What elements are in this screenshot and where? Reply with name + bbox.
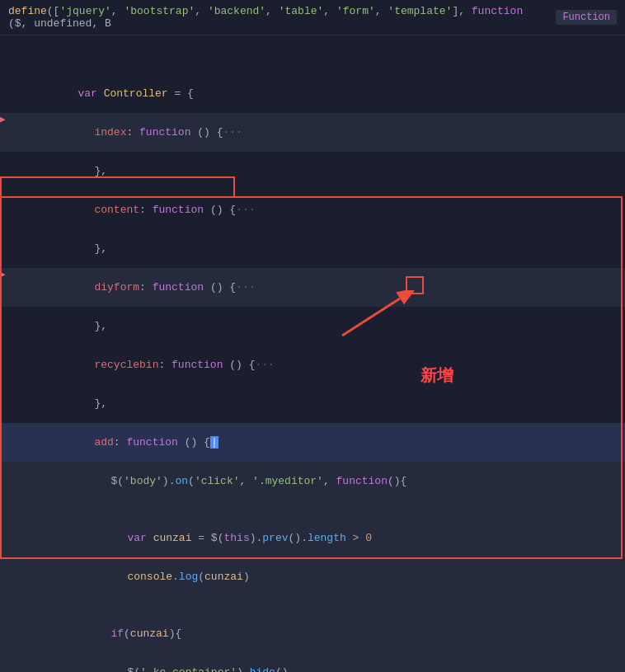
code-line: var cunzai = $(this).prev().length > 0 bbox=[0, 519, 625, 557]
line-content: $('.ke-container').hide() bbox=[10, 654, 625, 672]
line-content: }, bbox=[10, 308, 625, 345]
code-line: recyclebin: function () {··· bbox=[0, 345, 625, 384]
code-line: $('body').on('click', '.myeditor', funct… bbox=[0, 462, 625, 500]
code-line: ▶ index: function () {··· bbox=[0, 113, 625, 152]
file-path: define(['jquery', 'bootstrap', 'backend'… bbox=[8, 5, 547, 30]
line-content bbox=[10, 36, 625, 73]
function-badge: Function bbox=[556, 10, 617, 25]
line-content: $('body').on('click', '.myeditor', funct… bbox=[10, 463, 625, 500]
code-editor: define(['jquery', 'bootstrap', 'backend'… bbox=[0, 0, 625, 672]
code-line: console.log(cunzai) bbox=[0, 557, 625, 596]
line-content bbox=[10, 501, 625, 514]
line-content: recyclebin: function () {··· bbox=[10, 346, 625, 383]
line-content: if(cunzai){ bbox=[10, 615, 625, 652]
line-content: add: function () {| bbox=[10, 424, 625, 461]
line-content: }, bbox=[10, 153, 625, 190]
line-content: }, bbox=[10, 230, 625, 267]
line-content: var cunzai = $(this).prev().length > 0 bbox=[10, 519, 625, 557]
top-bar: define(['jquery', 'bootstrap', 'backend'… bbox=[0, 0, 625, 35]
square-icon bbox=[406, 276, 424, 294]
line-content: index: function () {··· bbox=[10, 114, 625, 151]
code-line: var Controller = { bbox=[0, 74, 625, 113]
code-line: }, bbox=[0, 307, 625, 345]
code-line bbox=[0, 35, 625, 74]
code-line: }, bbox=[0, 152, 625, 190]
code-line bbox=[0, 500, 625, 519]
code-lines: var Controller = { ▶ index: function () … bbox=[0, 35, 625, 672]
line-content: var Controller = { bbox=[10, 75, 625, 112]
code-line-add: add: function () {| bbox=[0, 423, 625, 462]
annotation-text-xinzeng: 新增 bbox=[421, 364, 453, 387]
code-line: }, bbox=[0, 384, 625, 423]
code-line bbox=[0, 596, 625, 614]
line-content bbox=[10, 597, 625, 609]
code-line: }, bbox=[0, 229, 625, 268]
line-content: content: function () {··· bbox=[10, 191, 625, 228]
line-content: diyform: function () {··· bbox=[10, 269, 625, 306]
code-line: content: function () {··· bbox=[0, 190, 625, 229]
arrow: ▶ bbox=[0, 114, 10, 125]
code-line: $('.ke-container').hide() bbox=[0, 653, 625, 672]
code-line: if(cunzai){ bbox=[0, 614, 625, 653]
line-content: console.log(cunzai) bbox=[10, 558, 625, 595]
line-content: }, bbox=[10, 385, 625, 422]
arrow: ▶ bbox=[0, 269, 10, 280]
code-line: ▶ diyform: function () {··· bbox=[0, 268, 625, 307]
